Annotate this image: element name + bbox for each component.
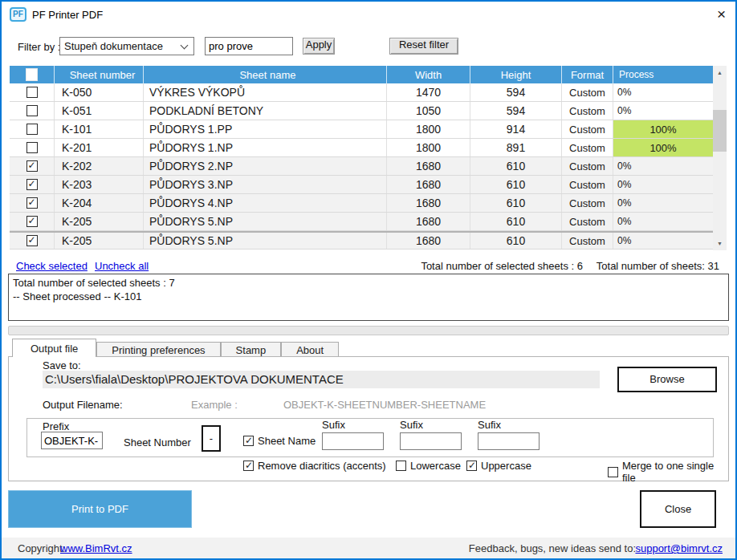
row-checkbox[interactable] <box>26 197 38 209</box>
row-select-cell[interactable] <box>10 139 55 156</box>
sheet-number-cell: K-202 <box>55 157 144 175</box>
row-checkbox[interactable] <box>26 235 38 246</box>
process-cell: 0% <box>613 213 713 230</box>
width-cell: 1800 <box>387 139 470 156</box>
row-checkbox[interactable] <box>26 124 38 135</box>
sufix-input-1[interactable] <box>322 432 384 450</box>
table-row[interactable]: K-202 PŮDORYS 2.NP 1680 610 Custom 0% <box>10 157 713 176</box>
uncheck-all-link[interactable]: Uncheck all <box>95 260 149 272</box>
filter-dropdown[interactable]: Stupeň dokumentace <box>59 37 194 55</box>
process-value: 100% <box>649 124 676 136</box>
sheet-name-option[interactable]: Sheet Name <box>243 435 316 447</box>
sufix-input-3[interactable] <box>478 432 540 450</box>
copyright-label: Copyright: <box>18 542 65 554</box>
tab-strip: Output file Printing preferences Stamp A… <box>8 339 339 357</box>
table-row[interactable]: K-203 PŮDORYS 3.NP 1680 610 Custom 0% <box>10 176 713 194</box>
table-scrollbar[interactable]: ▲ ▼ <box>713 66 727 250</box>
sheet-number-cell: K-205 <box>55 213 144 230</box>
col-process[interactable]: Process <box>613 66 713 83</box>
merge-checkbox[interactable] <box>608 467 618 477</box>
bimrvt-link[interactable]: www.BimRvt.cz <box>60 542 132 554</box>
row-checkbox[interactable] <box>26 105 38 116</box>
width-cell: 1800 <box>387 120 470 138</box>
feedback-label: Feedback, bugs, new ideas send to: <box>469 542 636 554</box>
sheet-name-cell: PODKLADNÍ BETONY <box>144 102 387 120</box>
row-select-cell[interactable] <box>10 120 55 138</box>
filename-groupbox: Prefix Sheet Number - Sheet Name Sufix S… <box>26 418 714 457</box>
save-path-field[interactable]: C:\Users\fiala\Desktop\PROJEKTOVA DOKUME… <box>43 371 600 388</box>
table-row[interactable]: K-205 PŮDORYS 5.NP 1680 610 Custom 0% <box>10 213 713 231</box>
sheet-name-cell: PŮDORYS 1.NP <box>144 139 387 156</box>
process-value: 0% <box>617 105 631 116</box>
height-cell: 610 <box>470 157 562 175</box>
print-to-pdf-button[interactable]: Print to PDF <box>8 490 192 528</box>
apply-button[interactable]: Apply <box>303 38 335 55</box>
merge-option[interactable]: Merge to one single file <box>608 460 730 484</box>
uppercase-option[interactable]: Uppercase <box>466 460 531 472</box>
scroll-down-icon[interactable]: ▼ <box>713 237 727 250</box>
browse-button[interactable]: Browse <box>617 367 717 392</box>
remove-diacritics-option[interactable]: Remove diacritics (accents) <box>243 460 386 472</box>
window-close-icon[interactable]: × <box>717 5 726 24</box>
select-all-header[interactable] <box>10 66 55 83</box>
close-button[interactable]: Close <box>640 490 716 528</box>
prefix-label: Prefix <box>43 420 69 432</box>
tab-printing-preferences[interactable]: Printing preferences <box>96 342 220 357</box>
scrollbar-thumb[interactable] <box>713 110 727 152</box>
separator-box[interactable]: - <box>202 425 221 452</box>
sufix-label-3: Sufix <box>478 419 540 431</box>
width-cell: 1680 <box>387 233 470 249</box>
table-body: K-050 VÝKRES VÝKOPŮ 1470 594 Custom 0% K… <box>10 83 713 250</box>
table-row[interactable]: K-051 PODKLADNÍ BETONY 1050 594 Custom 0… <box>10 102 713 120</box>
sufix-input-2[interactable] <box>400 432 462 450</box>
col-sheet-name[interactable]: Sheet name <box>144 66 387 83</box>
table-row[interactable]: K-205 PŮDORYS 5.NP 1680 610 Custom 0% <box>10 231 713 250</box>
table-row[interactable]: K-050 VÝKRES VÝKOPŮ 1470 594 Custom 0% <box>10 83 713 102</box>
tab-output-file[interactable]: Output file <box>12 339 96 357</box>
row-select-cell[interactable] <box>10 102 55 120</box>
width-cell: 1680 <box>387 157 470 175</box>
row-checkbox[interactable] <box>26 179 38 190</box>
width-cell: 1680 <box>387 176 470 193</box>
log-output[interactable]: Total number of selected sheets : 7 -- S… <box>8 274 729 321</box>
format-cell: Custom <box>562 233 613 249</box>
row-select-cell[interactable] <box>10 157 55 175</box>
row-select-cell[interactable] <box>10 194 55 212</box>
table-row[interactable]: K-101 PŮDORYS 1.PP 1800 914 Custom 100% <box>10 120 713 139</box>
table-row[interactable]: K-201 PŮDORYS 1.NP 1800 891 Custom 100% <box>10 139 713 157</box>
height-cell: 610 <box>470 176 562 193</box>
scroll-up-icon[interactable]: ▲ <box>713 66 727 79</box>
remove-diacritics-checkbox[interactable] <box>243 461 254 471</box>
row-select-cell[interactable] <box>10 176 55 193</box>
filter-text-input[interactable] <box>205 37 293 55</box>
uppercase-checkbox[interactable] <box>466 461 477 471</box>
process-cell: 0% <box>613 157 713 175</box>
table-row[interactable]: K-204 PŮDORYS 4.NP 1680 610 Custom 0% <box>10 194 713 213</box>
row-select-cell[interactable] <box>10 213 55 230</box>
select-all-checkbox[interactable] <box>26 68 38 81</box>
remove-diacritics-label: Remove diacritics (accents) <box>258 460 386 472</box>
tab-about[interactable]: About <box>281 342 339 357</box>
row-checkbox[interactable] <box>26 160 38 172</box>
col-height[interactable]: Height <box>470 66 562 83</box>
lowercase-checkbox[interactable] <box>396 461 406 471</box>
row-checkbox[interactable] <box>26 216 38 227</box>
col-width[interactable]: Width <box>387 66 470 83</box>
row-checkbox[interactable] <box>26 142 38 153</box>
sheet-name-checkbox[interactable] <box>243 436 254 446</box>
height-cell: 594 <box>470 83 562 101</box>
row-select-cell[interactable] <box>10 83 55 101</box>
prefix-input[interactable] <box>41 432 103 449</box>
check-selected-link[interactable]: Check selected <box>16 260 88 272</box>
lowercase-option[interactable]: Lowercase <box>396 460 461 472</box>
col-format[interactable]: Format <box>562 66 613 83</box>
app-window: PF PF Printer PDF × Filter by : Stupeň d… <box>0 0 737 560</box>
col-sheet-number[interactable]: Sheet number <box>55 66 144 83</box>
support-email-link[interactable]: support@bimrvt.cz <box>635 542 723 554</box>
tab-stamp[interactable]: Stamp <box>221 342 282 357</box>
row-select-cell[interactable] <box>10 233 55 249</box>
format-cell: Custom <box>562 83 613 101</box>
reset-filter-button[interactable]: Reset filter <box>389 38 458 55</box>
output-file-tabpage: Save to: C:\Users\fiala\Desktop\PROJEKTO… <box>8 356 729 481</box>
row-checkbox[interactable] <box>26 87 38 98</box>
